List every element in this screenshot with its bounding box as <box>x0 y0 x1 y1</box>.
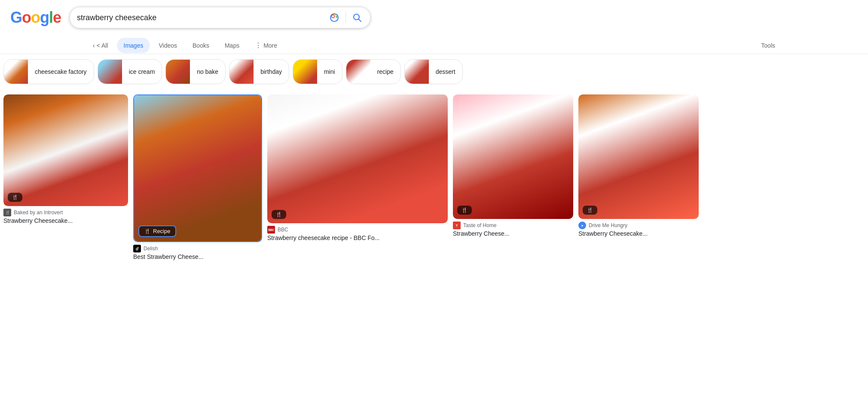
chip-label-cheesecake-factory: cheesecake factory <box>28 68 94 75</box>
chip-image-dessert <box>405 60 429 84</box>
source-name-1: Baked by an Introvert <box>14 210 63 216</box>
chip-image-recipe <box>346 60 370 84</box>
chip-label-birthday: birthday <box>254 68 289 75</box>
card-source-5: ● Drive Me Hungry <box>578 222 699 229</box>
card-info-4: T Taste of Home Strawberry Cheese... <box>453 219 573 239</box>
filter-chip-cheesecake-factory[interactable]: cheesecake factory <box>3 59 94 84</box>
filter-chip-no-bake[interactable]: no bake <box>165 59 226 84</box>
card-info-5: ● Drive Me Hungry Strawberry Cheesecake.… <box>578 219 699 239</box>
card-info-3: BBC BBC Strawberry cheesecake recipe - B… <box>267 223 448 243</box>
recipe-badge-2-outlined: 🍴 Recipe <box>138 225 176 237</box>
chip-label-mini: mini <box>317 68 342 75</box>
chip-image-birthday <box>229 60 254 84</box>
chip-label-ice-cream: ice cream <box>122 68 162 75</box>
recipe-icon-3: 🍴 <box>276 212 282 217</box>
image-card-5[interactable]: 🍴 ● Drive Me Hungry Strawberry Cheesecak… <box>578 94 699 262</box>
card-title-2: Best Strawberry Cheese... <box>133 253 262 260</box>
recipe-icon-2: 🍴 <box>144 228 150 234</box>
logo-letter-e: e <box>53 9 61 26</box>
recipe-icon-5: 🍴 <box>587 207 593 213</box>
image-thumbnail-3 <box>267 94 448 223</box>
source-icon-3: BBC <box>267 226 275 234</box>
nav-images-label: Images <box>124 42 144 49</box>
nav-back-arrow: ‹ <box>93 42 95 49</box>
nav-maps-label: Maps <box>225 42 239 49</box>
filter-chip-ice-cream[interactable]: ice cream <box>98 59 162 84</box>
nav-more-label: More <box>263 42 277 49</box>
search-divider <box>345 12 346 23</box>
image-card-3[interactable]: 🍴 BBC BBC Strawberry cheesecake recipe -… <box>267 94 448 262</box>
search-input[interactable]: strawberry cheesecake <box>77 13 325 22</box>
source-icon-1: 🍴 <box>3 209 11 216</box>
card-source-2: d Delish <box>133 245 262 252</box>
image-thumbnail-1 <box>3 94 128 206</box>
more-dots-icon: ⋮ <box>255 41 262 49</box>
filter-row: cheesecake factory ice cream no bake bir… <box>0 54 868 89</box>
chip-image-no-bake <box>166 60 190 84</box>
search-button[interactable] <box>351 12 363 24</box>
recipe-badge-5: 🍴 <box>583 206 597 215</box>
logo-letter-g: G <box>10 9 22 26</box>
card-info-1: 🍴 Baked by an Introvert Strawberry Chees… <box>3 206 128 226</box>
logo-letter-l: l <box>49 9 53 26</box>
source-icon-4: T <box>453 222 461 229</box>
logo-letter-g2: g <box>40 9 49 26</box>
image-thumbnail-2 <box>134 95 261 241</box>
card-title-3: Strawberry cheesecake recipe - BBC Fo... <box>267 234 448 241</box>
nav-videos-label: Videos <box>159 42 177 49</box>
chip-label-recipe: recipe <box>370 68 400 75</box>
source-icon-5: ● <box>578 222 586 229</box>
search-bar-wrapper: strawberry cheesecake <box>70 7 370 28</box>
nav-all-label: < All <box>97 42 108 49</box>
card-title-5: Strawberry Cheesecake... <box>578 230 699 237</box>
recipe-icon-4: 🍴 <box>462 207 468 213</box>
chip-label-dessert: dessert <box>429 68 462 75</box>
filter-chip-mini[interactable]: mini <box>293 59 342 84</box>
image-thumbnail-5 <box>578 94 699 219</box>
nav-tab-more[interactable]: ⋮ More <box>248 37 284 54</box>
image-card-2[interactable]: 🍴 Recipe d Delish Best Strawberry Cheese… <box>133 94 262 262</box>
svg-line-3 <box>359 19 361 22</box>
card-title-4: Strawberry Cheese... <box>453 230 573 237</box>
nav-tab-videos[interactable]: Videos <box>152 38 184 53</box>
nav-tabs: ‹ < All Images Videos Books Maps ⋮ More … <box>0 35 868 54</box>
card-title-1: Strawberry Cheesecake... <box>3 217 128 224</box>
recipe-badge-3: 🍴 <box>272 210 286 219</box>
chip-image-cheesecake-factory <box>4 60 28 84</box>
nav-tab-maps[interactable]: Maps <box>218 38 246 53</box>
chip-image-mini <box>293 60 317 84</box>
chip-label-no-bake: no bake <box>190 68 225 75</box>
nav-tab-images[interactable]: Images <box>117 38 150 53</box>
nav-tab-all[interactable]: ‹ < All <box>86 38 115 53</box>
source-name-5: Drive Me Hungry <box>589 222 627 228</box>
filter-chip-recipe[interactable]: recipe <box>346 59 401 84</box>
filter-chip-dessert[interactable]: dessert <box>404 59 463 84</box>
image-card-1[interactable]: 🍴 🍴 Baked by an Introvert Strawberry Che… <box>3 94 128 262</box>
card-info-2: d Delish Best Strawberry Cheese... <box>133 242 262 262</box>
recipe-icon-1: 🍴 <box>12 194 18 200</box>
recipe-badge-4: 🍴 <box>457 206 472 215</box>
lens-icon[interactable] <box>328 12 340 24</box>
image-thumbnail-4 <box>453 94 573 219</box>
image-grid: 🍴 🍴 Baked by an Introvert Strawberry Che… <box>0 89 868 267</box>
source-name-3: BBC <box>278 227 288 233</box>
filter-chip-birthday[interactable]: birthday <box>229 59 289 84</box>
source-name-4: Taste of Home <box>463 222 496 228</box>
logo-letter-o1: o <box>22 9 31 26</box>
google-logo[interactable]: Google <box>10 10 61 25</box>
search-bar: strawberry cheesecake <box>70 7 370 28</box>
tools-button[interactable]: Tools <box>754 38 782 53</box>
source-icon-2: d <box>133 245 141 252</box>
chip-image-ice-cream <box>98 60 122 84</box>
nav-books-label: Books <box>193 42 209 49</box>
card-source-1: 🍴 Baked by an Introvert <box>3 209 128 216</box>
nav-tab-books[interactable]: Books <box>186 38 216 53</box>
search-bar-icons <box>328 12 363 24</box>
recipe-badge-1: 🍴 <box>8 193 22 202</box>
logo-letter-o2: o <box>31 9 40 26</box>
source-name-2: Delish <box>144 246 158 252</box>
image-card-4[interactable]: 🍴 T Taste of Home Strawberry Cheese... <box>453 94 573 262</box>
card-source-4: T Taste of Home <box>453 222 573 229</box>
header: Google strawberry cheesecake <box>0 0 868 35</box>
card-source-3: BBC BBC <box>267 226 448 234</box>
